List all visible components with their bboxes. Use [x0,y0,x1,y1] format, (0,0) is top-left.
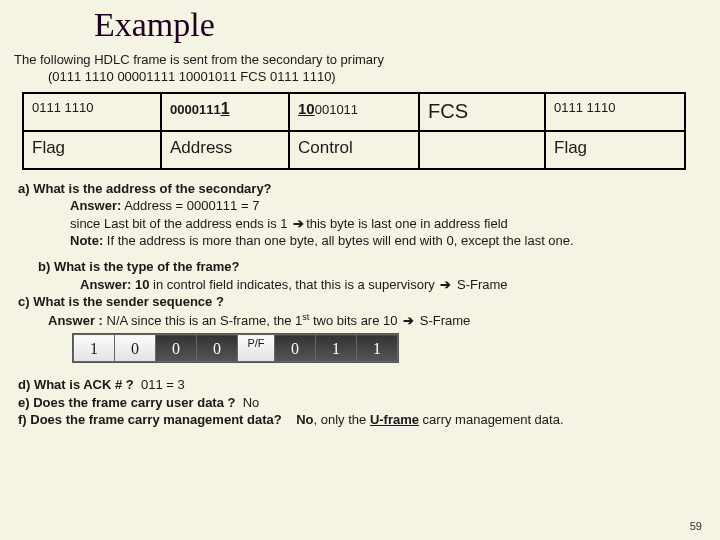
table-row: Flag Address Control Flag [23,131,685,169]
control-bits-table: 1 0 0 0 P/F 0 1 1 [72,333,399,363]
cell-flag2-bits: 0111 1110 [545,93,685,131]
cell-flag1-label: Flag [23,131,161,169]
arrow-icon: ➔ [291,216,306,231]
cell-address-bits: 00001111 [161,93,289,131]
ctrl-bit: 0 [115,335,156,362]
question-b: b) What is the type of the frame? [38,258,706,276]
slide: Example The following HDLC frame is sent… [0,0,720,540]
cell-flag1-bits: 0111 1110 [23,93,161,131]
slide-title: Example [94,6,706,44]
answer-a-note: Note: If the address is more than one by… [70,232,706,250]
control-byte-diagram: 1 0 0 0 P/F 0 1 1 [72,333,706,368]
answer-c: Answer : N/A since this is an S-frame, t… [48,311,706,330]
answer-a-line1: Answer: Address = 0000111 = 7 [70,197,706,215]
page-number: 59 [690,520,702,532]
ctrl-bit: 0 [156,335,197,362]
cell-control-label: Control [289,131,419,169]
intro-text: The following HDLC frame is sent from th… [14,52,706,86]
ctrl-bit-pf: P/F [238,335,275,362]
cell-control-bits: 10001011 [289,93,419,131]
table-row: 0111 1110 00001111 10001011 FCS 0111 111… [23,93,685,131]
question-e: e) Does the frame carry user data ? No [18,394,706,412]
arrow-icon: ➔ [438,277,453,292]
question-a: a) What is the address of the secondary? [18,180,706,198]
answer-b: Answer: 10 in control field indicates, t… [80,276,706,294]
arrow-icon: ➔ [401,313,416,328]
ctrl-bit: 0 [275,335,316,362]
ctrl-bit: 0 [197,335,238,362]
intro-line-2: (0111 1110 00001111 10001011 FCS 0111 11… [48,69,706,86]
cell-flag2-label: Flag [545,131,685,169]
question-d: d) What is ACK # ? 011 = 3 [18,376,706,394]
cell-address-label: Address [161,131,289,169]
ctrl-bit: 1 [74,335,115,362]
hdlc-frame-table: 0111 1110 00001111 10001011 FCS 0111 111… [22,92,686,170]
body-text: a) What is the address of the secondary?… [18,180,706,429]
cell-fcs-label [419,131,545,169]
question-c: c) What is the sender sequence ? [18,293,706,311]
answer-a-line2: since Last bit of the address ends is 1 … [70,215,706,233]
ctrl-bit: 1 [357,335,398,362]
intro-line-1: The following HDLC frame is sent from th… [14,52,706,69]
cell-fcs: FCS [419,93,545,131]
question-f: f) Does the frame carry management data?… [18,411,706,429]
ctrl-bit: 1 [316,335,357,362]
